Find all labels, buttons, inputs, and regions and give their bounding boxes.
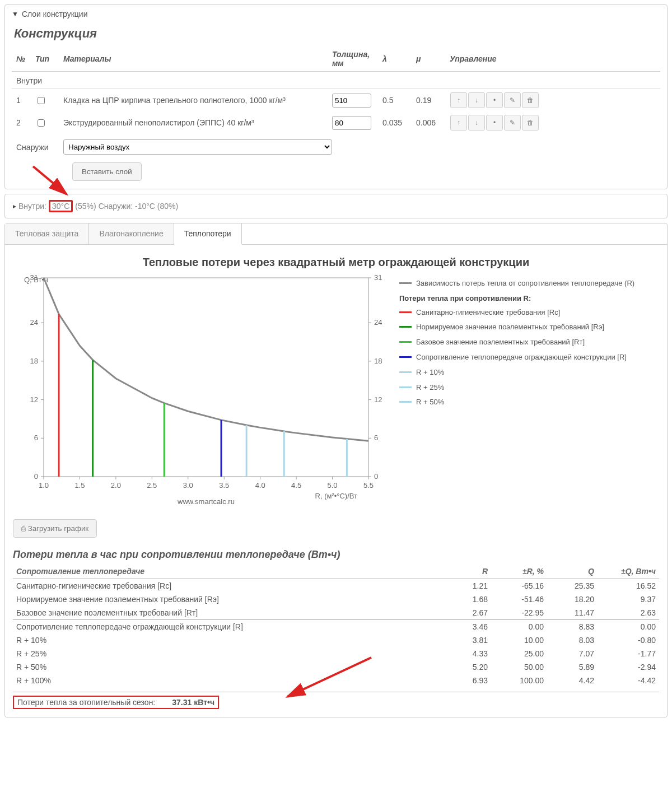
tabs: Тепловая защита Влагонакопление Теплопот… [5, 223, 667, 245]
svg-text:3.0: 3.0 [183, 481, 193, 490]
svg-text:2.5: 2.5 [147, 481, 157, 490]
layer-checkbox[interactable] [38, 97, 45, 104]
loss-label: Нормируемое значение поэлементных требов… [13, 593, 446, 606]
tab-thermal-protection[interactable]: Тепловая защита [5, 223, 89, 244]
download-chart-button[interactable]: ⎙ Загрузить график [13, 519, 97, 538]
delete-button[interactable]: 🗑 [522, 115, 539, 130]
svg-text:24: 24 [30, 318, 38, 327]
construction-title: Конструкция [14, 26, 658, 41]
legend-label: Санитарно-гигиенические требования [Rс] [416, 307, 560, 319]
layer-lambda: 0.035 [378, 111, 412, 134]
loss-label: R + 50% [13, 660, 446, 674]
loss-dQ: -4.42 [598, 674, 659, 687]
svg-text:18: 18 [30, 357, 38, 365]
tabs-panel: Тепловая защита Влагонакопление Теплопот… [4, 223, 668, 717]
dot-button[interactable]: • [486, 92, 503, 108]
svg-text:31: 31 [374, 273, 382, 282]
loss-label: Санитарно-гигиенические требования [Rс] [13, 579, 446, 593]
svg-text:5.5: 5.5 [363, 481, 374, 490]
download-icon: ⎙ [21, 524, 26, 533]
layers-panel: ▼ Слои конструкции Конструкция № Тип Мат… [4, 4, 668, 189]
layers-panel-title: Слои конструкции [22, 10, 88, 18]
svg-text:www.smartcalc.ru: www.smartcalc.ru [177, 497, 235, 506]
edit-button[interactable]: ✎ [504, 92, 521, 108]
layers-panel-header[interactable]: ▼ Слои конструкции [5, 5, 667, 23]
loss-row: Базовое значение поэлементных требований… [13, 606, 659, 620]
loss-R: 3.46 [446, 620, 491, 634]
loss-row: Сопротивление теплопередаче ограждающей … [13, 620, 659, 634]
svg-text:18: 18 [374, 357, 382, 365]
loss-Q: 8.03 [547, 633, 598, 647]
loss-row: R + 10%3.8110.008.03-0.80 [13, 633, 659, 647]
legend-item: R + 50% [399, 397, 634, 408]
move-down-button[interactable]: ↓ [468, 92, 485, 108]
layer-checkbox[interactable] [38, 119, 45, 127]
legend-item: Нормируемое значение поэлементных требов… [399, 321, 634, 333]
outside-conditions: Снаружи: -10°C (80%) [99, 202, 179, 211]
loss-dQ: 9.37 [598, 593, 659, 606]
move-down-button[interactable]: ↓ [468, 115, 485, 130]
legend-label: R + 25% [416, 382, 444, 394]
svg-text:12: 12 [374, 395, 382, 404]
legend-swatch [399, 282, 412, 284]
layer-material: Экструдированный пенополистирол (ЭППС) 4… [59, 111, 328, 134]
svg-text:3.5: 3.5 [219, 481, 229, 490]
tab-heat-loss[interactable]: Теплопотери [174, 223, 242, 245]
loss-row: Нормируемое значение поэлементных требов… [13, 593, 659, 606]
col-num: № [12, 46, 31, 72]
loss-section-title: Потери тепла в час при сопротивлении теп… [13, 549, 659, 561]
legend-swatch [399, 341, 412, 343]
loss-Q: 4.42 [547, 674, 598, 687]
inside-label: Внутри [12, 72, 660, 89]
layer-row: 2Экструдированный пенополистирол (ЭППС) … [12, 111, 660, 134]
loss-Q: 7.07 [547, 647, 598, 660]
legend-item: Сопротивление теплопередаче ограждающей … [399, 352, 634, 363]
thickness-input[interactable] [332, 116, 371, 130]
loss-row: R + 100%6.93100.004.42-4.42 [13, 674, 659, 687]
svg-text:6: 6 [374, 434, 378, 442]
loss-dR: 10.00 [491, 633, 547, 647]
season-line: Потери тепла за отопительный сезон: 37.3… [13, 692, 659, 709]
loss-Q: 25.35 [547, 579, 598, 593]
loss-R: 5.20 [446, 660, 491, 674]
svg-text:4.0: 4.0 [255, 481, 265, 490]
svg-text:1.0: 1.0 [39, 481, 49, 490]
legend-swatch [399, 401, 412, 403]
conditions-panel[interactable]: ▸ Внутри: 30°C (55%) Снаружи: -10°C (80%… [4, 194, 668, 218]
edit-button[interactable]: ✎ [504, 115, 521, 130]
svg-text:2.0: 2.0 [111, 481, 121, 490]
layer-lambda: 0.5 [378, 89, 412, 112]
legend-label: R + 50% [416, 397, 444, 408]
layers-table: № Тип Материалы Толщина, мм λ μ Управлен… [12, 46, 660, 134]
legend-label: Нормируемое значение поэлементных требов… [416, 321, 604, 333]
loss-dQ: -1.77 [598, 647, 659, 660]
loss-R: 1.68 [446, 593, 491, 606]
loss-dR: -22.95 [491, 606, 547, 620]
thickness-input[interactable] [332, 94, 371, 108]
season-value: 37.31 [172, 698, 192, 707]
inside-prefix: Внутри: [18, 202, 46, 211]
legend-item: Базовое значение поэлементных требований… [399, 337, 634, 348]
loss-col-dR: ±R, % [491, 564, 547, 579]
delete-button[interactable]: 🗑 [522, 92, 539, 108]
loss-Q: 11.47 [547, 606, 598, 620]
loss-row: R + 50%5.2050.005.89-2.94 [13, 660, 659, 674]
loss-dR: 100.00 [491, 674, 547, 687]
loss-dQ: 2.63 [598, 606, 659, 620]
loss-dQ: -2.94 [598, 660, 659, 674]
legend-item: Зависимость потерь тепла от сопротивлени… [399, 278, 634, 290]
inside-temp: 30°C [52, 202, 69, 211]
move-up-button[interactable]: ↑ [450, 92, 467, 108]
loss-dQ: 16.52 [598, 579, 659, 593]
tab-moisture[interactable]: Влагонакопление [89, 223, 174, 244]
loss-label: R + 10% [13, 633, 446, 647]
dot-button[interactable]: • [486, 115, 503, 130]
col-lambda: λ [378, 46, 412, 72]
outside-select[interactable]: Наружный воздух [63, 139, 332, 155]
layer-num: 2 [12, 111, 31, 134]
loss-row: Санитарно-гигиенические требования [Rс]1… [13, 579, 659, 593]
loss-R: 3.81 [446, 633, 491, 647]
insert-layer-button[interactable]: Вставить слой [72, 162, 142, 181]
svg-text:1.5: 1.5 [74, 481, 85, 490]
move-up-button[interactable]: ↑ [450, 115, 467, 130]
